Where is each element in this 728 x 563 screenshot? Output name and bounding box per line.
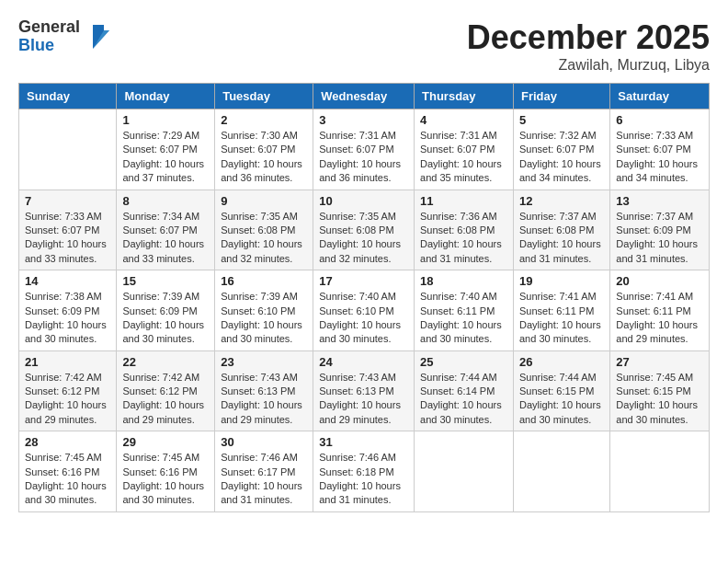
- calendar-cell: 5Sunrise: 7:32 AMSunset: 6:07 PMDaylight…: [513, 109, 609, 190]
- cell-content: Sunrise: 7:45 AMSunset: 6:16 PMDaylight:…: [122, 451, 209, 508]
- logo-blue: Blue: [18, 37, 80, 55]
- cell-content: Sunrise: 7:35 AMSunset: 6:08 PMDaylight:…: [319, 210, 408, 267]
- calendar-cell: 24Sunrise: 7:43 AMSunset: 6:13 PMDayligh…: [313, 350, 415, 431]
- calendar-cell: [415, 431, 514, 512]
- header-thursday: Thursday: [415, 84, 514, 109]
- calendar-cell: 30Sunrise: 7:46 AMSunset: 6:17 PMDayligh…: [215, 431, 313, 512]
- calendar-cell: 25Sunrise: 7:44 AMSunset: 6:14 PMDayligh…: [415, 350, 514, 431]
- day-number: 1: [122, 113, 209, 127]
- calendar-cell: 15Sunrise: 7:39 AMSunset: 6:09 PMDayligh…: [117, 270, 215, 351]
- cell-content: Sunrise: 7:45 AMSunset: 6:15 PMDaylight:…: [616, 371, 703, 428]
- week-row-4: 21Sunrise: 7:42 AMSunset: 6:12 PMDayligh…: [19, 350, 710, 431]
- cell-content: Sunrise: 7:40 AMSunset: 6:10 PMDaylight:…: [319, 290, 408, 347]
- day-number: 10: [319, 194, 408, 208]
- page-header: General Blue December 2025 Zawilah, Murz…: [18, 18, 710, 74]
- day-number: 19: [519, 274, 604, 288]
- logo-icon: [84, 23, 111, 51]
- day-number: 11: [420, 194, 507, 208]
- week-row-5: 28Sunrise: 7:45 AMSunset: 6:16 PMDayligh…: [19, 431, 710, 512]
- calendar-cell: 31Sunrise: 7:46 AMSunset: 6:18 PMDayligh…: [313, 431, 415, 512]
- cell-content: Sunrise: 7:30 AMSunset: 6:07 PMDaylight:…: [221, 129, 307, 186]
- cell-content: Sunrise: 7:31 AMSunset: 6:07 PMDaylight:…: [319, 129, 408, 186]
- calendar-cell: 4Sunrise: 7:31 AMSunset: 6:07 PMDaylight…: [415, 109, 514, 190]
- calendar-cell: 3Sunrise: 7:31 AMSunset: 6:07 PMDaylight…: [313, 109, 415, 190]
- cell-content: Sunrise: 7:39 AMSunset: 6:09 PMDaylight:…: [122, 290, 209, 347]
- calendar-cell: 10Sunrise: 7:35 AMSunset: 6:08 PMDayligh…: [313, 190, 415, 270]
- calendar-cell: 19Sunrise: 7:41 AMSunset: 6:11 PMDayligh…: [513, 270, 609, 351]
- calendar-cell: 6Sunrise: 7:33 AMSunset: 6:07 PMDaylight…: [610, 109, 710, 190]
- day-number: 20: [616, 274, 703, 288]
- calendar-cell: 13Sunrise: 7:37 AMSunset: 6:09 PMDayligh…: [610, 190, 710, 270]
- day-number: 26: [519, 355, 604, 369]
- day-number: 3: [319, 113, 408, 127]
- week-row-1: 1Sunrise: 7:29 AMSunset: 6:07 PMDaylight…: [19, 109, 710, 190]
- cell-content: Sunrise: 7:35 AMSunset: 6:08 PMDaylight:…: [221, 210, 307, 267]
- day-number: 31: [319, 435, 408, 449]
- cell-content: Sunrise: 7:38 AMSunset: 6:09 PMDaylight:…: [25, 290, 110, 347]
- cell-content: Sunrise: 7:34 AMSunset: 6:07 PMDaylight:…: [122, 210, 209, 267]
- day-number: 12: [519, 194, 604, 208]
- calendar-cell: 1Sunrise: 7:29 AMSunset: 6:07 PMDaylight…: [117, 109, 215, 190]
- day-number: 21: [25, 355, 110, 369]
- day-number: 17: [319, 274, 408, 288]
- calendar-cell: 28Sunrise: 7:45 AMSunset: 6:16 PMDayligh…: [19, 431, 117, 512]
- cell-content: Sunrise: 7:36 AMSunset: 6:08 PMDaylight:…: [420, 210, 507, 267]
- day-number: 14: [25, 274, 110, 288]
- calendar-cell: 8Sunrise: 7:34 AMSunset: 6:07 PMDaylight…: [117, 190, 215, 270]
- cell-content: Sunrise: 7:42 AMSunset: 6:12 PMDaylight:…: [122, 371, 209, 428]
- calendar-cell: 12Sunrise: 7:37 AMSunset: 6:08 PMDayligh…: [513, 190, 609, 270]
- calendar-cell: 16Sunrise: 7:39 AMSunset: 6:10 PMDayligh…: [215, 270, 313, 351]
- day-number: 27: [616, 355, 703, 369]
- calendar-cell: 14Sunrise: 7:38 AMSunset: 6:09 PMDayligh…: [19, 270, 117, 351]
- calendar-cell: 9Sunrise: 7:35 AMSunset: 6:08 PMDaylight…: [215, 190, 313, 270]
- day-number: 30: [221, 435, 307, 449]
- cell-content: Sunrise: 7:44 AMSunset: 6:15 PMDaylight:…: [519, 371, 604, 428]
- day-number: 29: [122, 435, 209, 449]
- day-number: 28: [25, 435, 110, 449]
- day-number: 9: [221, 194, 307, 208]
- cell-content: Sunrise: 7:44 AMSunset: 6:14 PMDaylight:…: [420, 371, 507, 428]
- calendar-cell: 2Sunrise: 7:30 AMSunset: 6:07 PMDaylight…: [215, 109, 313, 190]
- calendar-table: SundayMondayTuesdayWednesdayThursdayFrid…: [18, 83, 710, 512]
- calendar-cell: 17Sunrise: 7:40 AMSunset: 6:10 PMDayligh…: [313, 270, 415, 351]
- cell-content: Sunrise: 7:29 AMSunset: 6:07 PMDaylight:…: [122, 129, 209, 186]
- day-number: 24: [319, 355, 408, 369]
- day-number: 7: [25, 194, 110, 208]
- day-number: 5: [519, 113, 604, 127]
- cell-content: Sunrise: 7:37 AMSunset: 6:08 PMDaylight:…: [519, 210, 604, 267]
- day-number: 8: [122, 194, 209, 208]
- cell-content: Sunrise: 7:33 AMSunset: 6:07 PMDaylight:…: [25, 210, 110, 267]
- cell-content: Sunrise: 7:33 AMSunset: 6:07 PMDaylight:…: [616, 129, 703, 186]
- day-number: 13: [616, 194, 703, 208]
- calendar-cell: 21Sunrise: 7:42 AMSunset: 6:12 PMDayligh…: [19, 350, 117, 431]
- month-title: December 2025: [467, 18, 710, 57]
- header-sunday: Sunday: [19, 84, 117, 109]
- cell-content: Sunrise: 7:40 AMSunset: 6:11 PMDaylight:…: [420, 290, 507, 347]
- calendar-header-row: SundayMondayTuesdayWednesdayThursdayFrid…: [19, 84, 710, 109]
- cell-content: Sunrise: 7:41 AMSunset: 6:11 PMDaylight:…: [519, 290, 604, 347]
- day-number: 6: [616, 113, 703, 127]
- cell-content: Sunrise: 7:41 AMSunset: 6:11 PMDaylight:…: [616, 290, 703, 347]
- title-block: December 2025 Zawilah, Murzuq, Libya: [467, 18, 710, 74]
- logo: General Blue: [18, 18, 111, 55]
- cell-content: Sunrise: 7:43 AMSunset: 6:13 PMDaylight:…: [319, 371, 408, 428]
- cell-content: Sunrise: 7:37 AMSunset: 6:09 PMDaylight:…: [616, 210, 703, 267]
- cell-content: Sunrise: 7:32 AMSunset: 6:07 PMDaylight:…: [519, 129, 604, 186]
- day-number: 23: [221, 355, 307, 369]
- calendar-cell: [19, 109, 117, 190]
- day-number: 2: [221, 113, 307, 127]
- calendar-cell: 22Sunrise: 7:42 AMSunset: 6:12 PMDayligh…: [117, 350, 215, 431]
- header-monday: Monday: [117, 84, 215, 109]
- calendar-cell: 20Sunrise: 7:41 AMSunset: 6:11 PMDayligh…: [610, 270, 710, 351]
- calendar-cell: 23Sunrise: 7:43 AMSunset: 6:13 PMDayligh…: [215, 350, 313, 431]
- day-number: 16: [221, 274, 307, 288]
- cell-content: Sunrise: 7:42 AMSunset: 6:12 PMDaylight:…: [25, 371, 110, 428]
- day-number: 4: [420, 113, 507, 127]
- header-tuesday: Tuesday: [215, 84, 313, 109]
- day-number: 15: [122, 274, 209, 288]
- cell-content: Sunrise: 7:46 AMSunset: 6:18 PMDaylight:…: [319, 451, 408, 508]
- cell-content: Sunrise: 7:46 AMSunset: 6:17 PMDaylight:…: [221, 451, 307, 508]
- cell-content: Sunrise: 7:45 AMSunset: 6:16 PMDaylight:…: [25, 451, 110, 508]
- cell-content: Sunrise: 7:39 AMSunset: 6:10 PMDaylight:…: [221, 290, 307, 347]
- calendar-cell: 26Sunrise: 7:44 AMSunset: 6:15 PMDayligh…: [513, 350, 609, 431]
